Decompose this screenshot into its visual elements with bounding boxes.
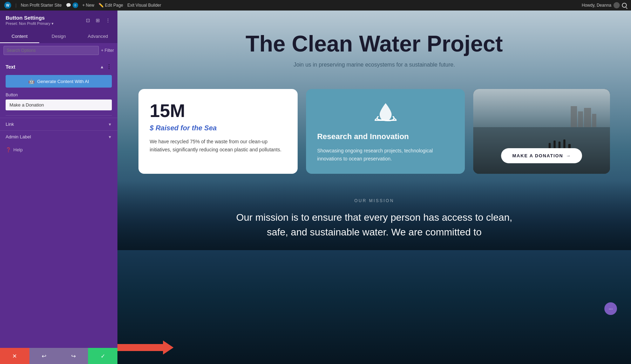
search-icon[interactable]: [622, 3, 627, 8]
button-field-label: Button: [6, 92, 112, 97]
card-stats: 15M $ Raised for the Sea We have recycle…: [138, 89, 298, 174]
help-row[interactable]: ❓ Help: [0, 143, 117, 157]
help-label: Help: [13, 147, 23, 152]
link-row[interactable]: Link ▼: [0, 118, 117, 130]
sidebar-header: Button Settings Preset: Non Profit Prima…: [0, 11, 117, 30]
building-1: [571, 106, 577, 127]
plus-icon: +: [82, 3, 85, 8]
mission-text: Our mission is to ensure that every pers…: [234, 210, 515, 240]
chevron-down-admin-icon: ▼: [108, 135, 112, 139]
donation-button[interactable]: MAKE A DONATION →: [501, 148, 582, 163]
ai-generate-button[interactable]: 🤖 Generate Content With AI: [6, 75, 112, 88]
dots-icon: ⋮: [106, 63, 112, 70]
admin-bar-left: W | Non Profit Starter Site 💬 0 + New ✏️…: [4, 2, 576, 9]
button-text-input[interactable]: [6, 99, 112, 110]
comment-icon: 💬: [66, 3, 71, 8]
exit-builder-link[interactable]: Exit Visual Builder: [127, 3, 161, 8]
howdy-section: Howdy, Deanna: [582, 2, 627, 8]
sidebar-header-icons: ⊡ ⊞ ⋮: [84, 17, 112, 24]
ai-icon: 🤖: [28, 78, 34, 84]
arrow-icon: →: [566, 153, 571, 158]
sidebar-bottom-toolbar: ✕ ↩ ↪ ✓: [0, 348, 117, 364]
chat-bubble[interactable]: ···: [604, 302, 617, 315]
cards-section: 15M $ Raised for the Sea We have recycle…: [117, 82, 631, 181]
card-body: We have recycled 75% of the waste from o…: [150, 138, 286, 153]
help-icon: ❓: [6, 147, 11, 152]
mission-eyebrow: OUR MISSION: [138, 198, 610, 203]
text-section-header[interactable]: Text ▲ ⋮: [0, 61, 117, 73]
tab-content[interactable]: Content: [0, 30, 39, 43]
tab-advanced[interactable]: Advanced: [78, 30, 117, 43]
main-content: The Clean Water Project Join us in prese…: [117, 11, 631, 364]
card-link-heading[interactable]: $ Raised for the Sea: [150, 124, 286, 132]
buildings: [571, 106, 596, 127]
responsive-icon[interactable]: ⊡: [84, 17, 91, 24]
new-button[interactable]: + New: [82, 3, 94, 8]
card-teal-title: Research and Innovation: [317, 132, 454, 141]
redo-button[interactable]: ↪: [59, 348, 88, 364]
sidebar-tabs: Content Design Advanced: [0, 30, 117, 43]
admin-bar: W | Non Profit Starter Site 💬 0 + New ✏️…: [0, 0, 631, 11]
mission-section: OUR MISSION Our mission is to ensure tha…: [117, 181, 631, 250]
button-field-group: Button: [0, 90, 117, 113]
comment-count: 0: [73, 2, 78, 8]
chevron-up-icon: ▲: [100, 64, 104, 69]
layout-icon[interactable]: ⊞: [94, 17, 101, 24]
hero-section: The Clean Water Project Join us in prese…: [117, 11, 631, 82]
tab-design[interactable]: Design: [39, 30, 79, 43]
building-2: [578, 111, 583, 127]
save-button[interactable]: ✓: [88, 348, 117, 364]
card-number: 15M: [150, 100, 286, 121]
comments-bubble[interactable]: 💬 0: [66, 2, 78, 8]
building-3: [584, 108, 591, 127]
pencil-icon: ✏️: [99, 3, 104, 8]
hero-subtitle: Join us in preserving marine ecosystems …: [131, 62, 617, 68]
card-image: MAKE A DONATION →: [473, 89, 610, 174]
admin-label-text: Admin Label: [6, 134, 31, 139]
filter-button[interactable]: + Filter: [101, 48, 114, 53]
wordpress-logo[interactable]: W: [4, 2, 11, 9]
preset-label: Preset: Non Profit Primary ▾: [6, 21, 54, 26]
text-section-title: Text: [6, 64, 15, 70]
search-bar: + Filter: [0, 43, 117, 58]
search-input[interactable]: [4, 46, 99, 55]
building-4: [592, 114, 596, 127]
card-teal-body: Showcasing ongoing research projects, te…: [317, 147, 454, 163]
undo-button[interactable]: ↩: [29, 348, 59, 364]
user-avatar: [613, 2, 620, 8]
hero-title: The Clean Water Project: [131, 32, 617, 56]
sidebar-content: Text ▲ ⋮ 🤖 Generate Content With AI Butt…: [0, 58, 117, 348]
main-layout: Button Settings Preset: Non Profit Prima…: [0, 11, 631, 364]
link-label: Link: [6, 122, 14, 127]
section-header-icons: ▲ ⋮: [100, 63, 112, 70]
chevron-down-icon: ▼: [108, 122, 112, 126]
more-options-icon[interactable]: ⋮: [104, 17, 112, 24]
card-research: Research and Innovation Showcasing ongoi…: [306, 89, 465, 174]
sidebar-header-info: Button Settings Preset: Non Profit Prima…: [6, 15, 54, 26]
sidebar-title: Button Settings: [6, 15, 54, 21]
cancel-button[interactable]: ✕: [0, 348, 29, 364]
admin-bar-sep: |: [15, 3, 16, 8]
chat-icon: ···: [609, 306, 613, 311]
water-drop-icon: [317, 100, 454, 126]
site-name-link[interactable]: Non Profit Starter Site: [21, 3, 62, 8]
divider-1: [6, 115, 112, 116]
admin-label-row[interactable]: Admin Label ▼: [0, 130, 117, 143]
edit-page-link[interactable]: ✏️ Edit Page: [99, 3, 123, 8]
sidebar: Button Settings Preset: Non Profit Prima…: [0, 11, 117, 364]
